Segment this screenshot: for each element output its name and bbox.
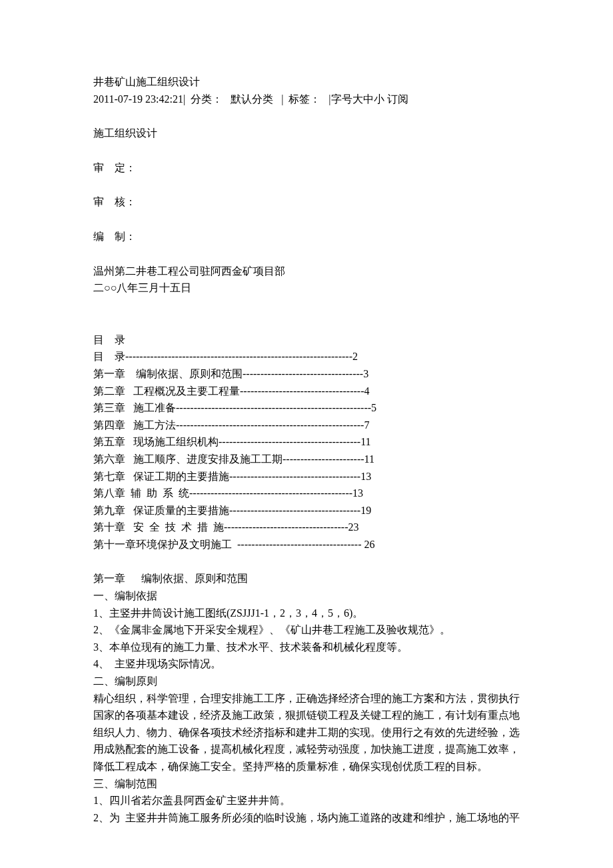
spacer bbox=[93, 211, 520, 228]
toc-line: 第三章 施工准备--------------------------------… bbox=[93, 399, 520, 417]
toc-line: 第五章 现场施工组织机构----------------------------… bbox=[93, 433, 520, 451]
toc-line: 第一章 编制依据、原则和范围--------------------------… bbox=[93, 365, 520, 383]
body-line: 1、四川省若尔盖县阿西金矿主竖井井筒。 bbox=[93, 792, 520, 809]
toc-line: 第六章 施工顺序、进度安排及施工工期----------------------… bbox=[93, 451, 520, 468]
date-line: 二○○八年三月十五日 bbox=[93, 279, 520, 297]
org-name: 温州第二井巷工程公司驻阿西金矿项目部 bbox=[93, 263, 520, 280]
spacer bbox=[93, 553, 520, 570]
toc-line: 第四章 施工方法--------------------------------… bbox=[93, 417, 520, 434]
toc-line: 第十章 安 全 技 术 措 施-------------------------… bbox=[93, 519, 520, 536]
toc-line: 第二章 工程概况及主要工程量--------------------------… bbox=[93, 383, 520, 400]
document-page: 井巷矿山施工组织设计 2011-07-19 23:42:21| 分类： 默认分类… bbox=[0, 0, 613, 868]
spacer bbox=[93, 176, 520, 193]
spacer bbox=[93, 245, 520, 263]
body-line: 4、 主竖井现场实际情况。 bbox=[93, 655, 520, 673]
doc-title: 井巷矿山施工组织设计 bbox=[93, 73, 520, 91]
compile-row: 编 制： bbox=[93, 228, 520, 245]
toc-line: 第九章 保证质量的主要措施---------------------------… bbox=[93, 502, 520, 519]
subsection-title: 二、编制原则 bbox=[93, 673, 520, 690]
subsection-title: 一、编制依据 bbox=[93, 587, 520, 605]
spacer bbox=[93, 107, 520, 125]
body-line: 2、为 主竖井井筒施工服务所必须的临时设施，场内施工道路的改建和维护，施工场地的… bbox=[93, 809, 520, 827]
toc-title: 目 录 bbox=[93, 331, 520, 349]
review-row: 审 核： bbox=[93, 193, 520, 211]
doc-meta: 2011-07-19 23:42:21| 分类： 默认分类 | 标签： |字号大… bbox=[93, 91, 520, 108]
toc-line: 目 录-------------------------------------… bbox=[93, 348, 520, 365]
approval-row: 审 定： bbox=[93, 159, 520, 177]
spacer bbox=[93, 142, 520, 159]
body-paragraph: 精心组织，科学管理，合理安排施工工序，正确选择经济合理的施工方案和方法，贯彻执行… bbox=[93, 690, 520, 775]
subsection-title: 三、编制范围 bbox=[93, 775, 520, 793]
body-line: 1、主竖井井筒设计施工图纸(ZSJJJ1-1，2，3，4，5，6)。 bbox=[93, 605, 520, 622]
toc-line: 第十一章环境保护及文明施工 --------------------------… bbox=[93, 536, 520, 553]
spacer bbox=[93, 297, 520, 314]
body-line: 2、《金属非金属地下开采安全规程》、《矿山井巷工程施工及验收规范》。 bbox=[93, 621, 520, 639]
spacer bbox=[93, 314, 520, 331]
body-line: 3、本单位现有的施工力量、技术水平、技术装备和机械化程度等。 bbox=[93, 639, 520, 656]
toc-line: 第七章 保证工期的主要措施---------------------------… bbox=[93, 468, 520, 485]
chapter-title: 第一章 编制依据、原则和范围 bbox=[93, 570, 520, 587]
section-heading: 施工组织设计 bbox=[93, 125, 520, 142]
toc-line: 第八章 辅 助 系 统-----------------------------… bbox=[93, 485, 520, 502]
